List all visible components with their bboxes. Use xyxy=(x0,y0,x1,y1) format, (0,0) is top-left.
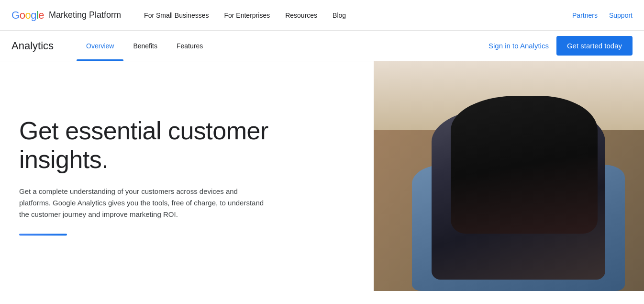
logo-o1: o xyxy=(20,9,25,22)
top-nav-links: For Small Businesses For Enterprises Res… xyxy=(136,0,572,31)
get-started-button[interactable]: Get started today xyxy=(556,36,633,56)
tab-benefits[interactable]: Benefits xyxy=(123,31,167,61)
tab-overview[interactable]: Overview xyxy=(77,31,123,61)
partners-link[interactable]: Partners xyxy=(572,11,598,19)
hero-content: Get essential customer insights. Get a c… xyxy=(0,61,374,291)
top-nav-right: Partners Support xyxy=(572,11,633,19)
logo-e: e xyxy=(38,9,44,22)
nav-link-resources[interactable]: Resources xyxy=(278,0,325,31)
tab-features[interactable]: Features xyxy=(167,31,212,61)
logo-o2: o xyxy=(25,9,31,22)
logo-g: G xyxy=(11,9,20,22)
second-nav-links: Overview Benefits Features xyxy=(77,31,489,61)
analytics-title: Analytics xyxy=(11,40,54,52)
nav-link-blog[interactable]: Blog xyxy=(325,0,354,31)
hero-cta-line xyxy=(19,234,67,236)
logo-area[interactable]: Google Marketing Platform xyxy=(11,9,121,22)
hero-subtext: Get a complete understanding of your cus… xyxy=(19,186,268,220)
google-logo: Google xyxy=(11,9,44,22)
nav-link-small-businesses[interactable]: For Small Businesses xyxy=(136,0,216,31)
support-link[interactable]: Support xyxy=(609,11,633,19)
secondary-navigation: Analytics Overview Benefits Features Sig… xyxy=(0,31,644,61)
hero-section: Get essential customer insights. Get a c… xyxy=(0,61,644,291)
platform-name: Marketing Platform xyxy=(49,10,121,20)
nav-link-enterprises[interactable]: For Enterprises xyxy=(216,0,278,31)
sign-in-link[interactable]: Sign in to Analytics xyxy=(489,42,549,50)
logo-g2: g xyxy=(31,9,36,22)
top-navigation: Google Marketing Platform For Small Busi… xyxy=(0,0,644,31)
second-nav-right: Sign in to Analytics Get started today xyxy=(489,36,633,56)
hero-headline: Get essential customer insights. xyxy=(19,117,351,174)
person-hair xyxy=(451,96,598,234)
